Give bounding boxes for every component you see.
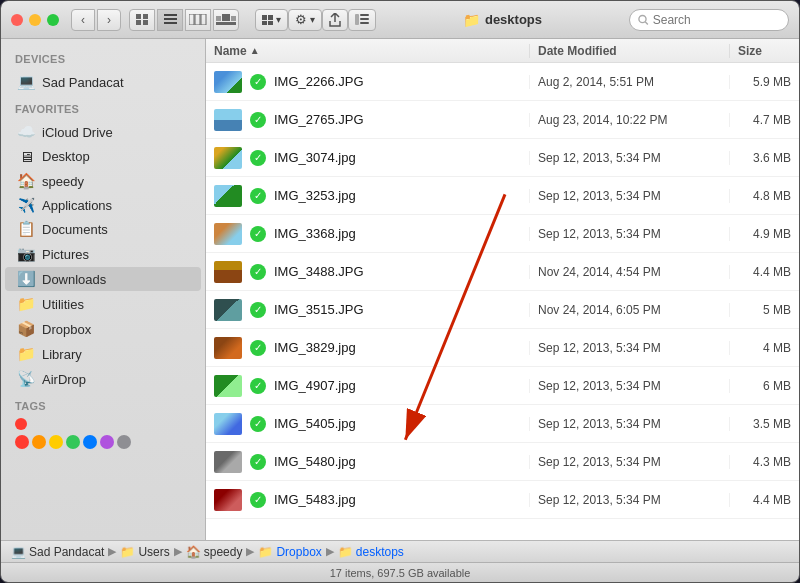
sidebar-item-documents[interactable]: 📋 Documents bbox=[5, 217, 201, 241]
svg-rect-3 bbox=[143, 20, 148, 25]
sidebar-dropbox-label: Dropbox bbox=[42, 322, 91, 337]
file-size-cell: 5.9 MB bbox=[729, 75, 799, 89]
table-row[interactable]: ✓ IMG_5405.jpg Sep 12, 2013, 5:34 PM 3.5… bbox=[206, 405, 799, 443]
action-button[interactable]: ⚙ ▾ bbox=[288, 9, 322, 31]
table-row[interactable]: ✓ IMG_2266.JPG Aug 2, 2014, 5:51 PM 5.9 … bbox=[206, 63, 799, 101]
sidebar-item-applications[interactable]: ✈️ Applications bbox=[5, 194, 201, 216]
breadcrumb-sep-2: ▶ bbox=[174, 545, 182, 558]
breadcrumb-speedy[interactable]: 🏠 speedy bbox=[186, 545, 243, 559]
svg-rect-11 bbox=[216, 16, 221, 21]
finder-window: ‹ › ▾ ⚙ ▾ bbox=[0, 0, 800, 583]
file-size-cell: 4.7 MB bbox=[729, 113, 799, 127]
computer-icon: 💻 bbox=[17, 73, 35, 91]
minimize-button[interactable] bbox=[29, 14, 41, 26]
search-icon bbox=[638, 14, 649, 26]
breadcrumb-dropbox[interactable]: 📁 Dropbox bbox=[258, 545, 321, 559]
file-thumbnail bbox=[214, 489, 242, 511]
file-name: IMG_5480.jpg bbox=[274, 454, 356, 469]
sidebar-applications-label: Applications bbox=[42, 198, 112, 213]
sidebar-item-library[interactable]: 📁 Library bbox=[5, 342, 201, 366]
sidebar-item-pictures[interactable]: 📷 Pictures bbox=[5, 242, 201, 266]
sidebar-icloud-label: iCloud Drive bbox=[42, 125, 113, 140]
sidebar-item-dropbox[interactable]: 📦 Dropbox bbox=[5, 317, 201, 341]
svg-rect-8 bbox=[195, 14, 200, 25]
sidebar-toggle-button[interactable] bbox=[348, 9, 376, 31]
list-view-button[interactable] bbox=[157, 9, 183, 31]
file-size-cell: 3.5 MB bbox=[729, 417, 799, 431]
breadcrumb-computer[interactable]: 💻 Sad Pandacat bbox=[11, 545, 104, 559]
sidebar-item-icloud[interactable]: ☁️ iCloud Drive bbox=[5, 120, 201, 144]
file-name: IMG_3515.JPG bbox=[274, 302, 364, 317]
col-name-header[interactable]: Name ▲ bbox=[206, 44, 529, 58]
tag-dot-red[interactable] bbox=[15, 435, 29, 449]
file-area: Name ▲ Date Modified Size ✓ IMG_2266. bbox=[206, 39, 799, 540]
file-name-cell: ✓ IMG_3515.JPG bbox=[206, 299, 529, 321]
file-name: IMG_3829.jpg bbox=[274, 340, 356, 355]
sync-status-icon: ✓ bbox=[250, 150, 266, 166]
tag-dot-yellow[interactable] bbox=[49, 435, 63, 449]
file-thumbnail bbox=[214, 451, 242, 473]
forward-button[interactable]: › bbox=[97, 9, 121, 31]
tag-dot-blue[interactable] bbox=[83, 435, 97, 449]
sidebar-item-utilities[interactable]: 📁 Utilities bbox=[5, 292, 201, 316]
share-button[interactable] bbox=[322, 9, 348, 31]
favorites-label: Favorites bbox=[1, 95, 205, 119]
tag-dot-orange[interactable] bbox=[32, 435, 46, 449]
table-row[interactable]: ✓ IMG_3829.jpg Sep 12, 2013, 5:34 PM 4 M… bbox=[206, 329, 799, 367]
speedy-icon: 🏠 bbox=[186, 545, 201, 559]
table-row[interactable]: ✓ IMG_2765.JPG Aug 23, 2014, 10:22 PM 4.… bbox=[206, 101, 799, 139]
svg-rect-13 bbox=[216, 22, 236, 25]
sidebar-item-downloads[interactable]: ⬇️ Downloads bbox=[5, 267, 201, 291]
file-date-cell: Nov 24, 2014, 4:54 PM bbox=[529, 265, 729, 279]
close-button[interactable] bbox=[11, 14, 23, 26]
file-name: IMG_2266.JPG bbox=[274, 74, 364, 89]
file-list: ✓ IMG_2266.JPG Aug 2, 2014, 5:51 PM 5.9 … bbox=[206, 63, 799, 540]
file-name-cell: ✓ IMG_3074.jpg bbox=[206, 147, 529, 169]
file-date-cell: Sep 12, 2013, 5:34 PM bbox=[529, 417, 729, 431]
arrange-button[interactable]: ▾ bbox=[255, 9, 288, 31]
search-bar[interactable] bbox=[629, 9, 789, 31]
file-date-cell: Sep 12, 2013, 5:34 PM bbox=[529, 493, 729, 507]
svg-rect-2 bbox=[136, 20, 141, 25]
table-row[interactable]: ✓ IMG_5480.jpg Sep 12, 2013, 5:34 PM 4.3… bbox=[206, 443, 799, 481]
file-thumbnail bbox=[214, 299, 242, 321]
tag-dot-gray[interactable] bbox=[117, 435, 131, 449]
file-size-cell: 4.8 MB bbox=[729, 189, 799, 203]
file-thumbnail bbox=[214, 71, 242, 93]
table-row[interactable]: ✓ IMG_3368.jpg Sep 12, 2013, 5:34 PM 4.9… bbox=[206, 215, 799, 253]
table-row[interactable]: ✓ IMG_3074.jpg Sep 12, 2013, 5:34 PM 3.6… bbox=[206, 139, 799, 177]
table-row[interactable]: ✓ IMG_5483.jpg Sep 12, 2013, 5:34 PM 4.4… bbox=[206, 481, 799, 519]
status-bar: 17 items, 697.5 GB available bbox=[1, 562, 799, 582]
sync-status-icon: ✓ bbox=[250, 378, 266, 394]
icon-view-button[interactable] bbox=[129, 9, 155, 31]
back-button[interactable]: ‹ bbox=[71, 9, 95, 31]
tag-red[interactable] bbox=[15, 418, 191, 430]
svg-rect-1 bbox=[143, 14, 148, 19]
file-thumbnail bbox=[214, 261, 242, 283]
svg-line-23 bbox=[645, 21, 648, 24]
col-date-header[interactable]: Date Modified bbox=[529, 44, 729, 58]
sidebar-item-airdrop[interactable]: 📡 AirDrop bbox=[5, 367, 201, 391]
table-row[interactable]: ✓ IMG_4907.jpg Sep 12, 2013, 5:34 PM 6 M… bbox=[206, 367, 799, 405]
table-row[interactable]: ✓ IMG_3488.JPG Nov 24, 2014, 4:54 PM 4.4… bbox=[206, 253, 799, 291]
cover-flow-button[interactable] bbox=[213, 9, 239, 31]
sidebar-item-speedy[interactable]: 🏠 speedy bbox=[5, 169, 201, 193]
sidebar-item-sad-pandacat[interactable]: 💻 Sad Pandacat bbox=[5, 70, 201, 94]
sidebar-speedy-label: speedy bbox=[42, 174, 84, 189]
col-size-header[interactable]: Size bbox=[729, 44, 799, 58]
search-input[interactable] bbox=[653, 13, 780, 27]
table-row[interactable]: ✓ IMG_3515.JPG Nov 24, 2014, 6:05 PM 5 M… bbox=[206, 291, 799, 329]
breadcrumb-desktops[interactable]: 📁 desktops bbox=[338, 545, 404, 559]
tag-dot-purple[interactable] bbox=[100, 435, 114, 449]
tag-dot-green[interactable] bbox=[66, 435, 80, 449]
file-date-cell: Sep 12, 2013, 5:34 PM bbox=[529, 455, 729, 469]
maximize-button[interactable] bbox=[47, 14, 59, 26]
breadcrumb-users[interactable]: 📁 Users bbox=[120, 545, 169, 559]
table-row[interactable]: ✓ IMG_3253.jpg Sep 12, 2013, 5:34 PM 4.8… bbox=[206, 177, 799, 215]
view-buttons bbox=[129, 9, 239, 31]
file-name-cell: ✓ IMG_5480.jpg bbox=[206, 451, 529, 473]
column-view-button[interactable] bbox=[185, 9, 211, 31]
file-name-cell: ✓ IMG_3829.jpg bbox=[206, 337, 529, 359]
sync-status-icon: ✓ bbox=[250, 226, 266, 242]
sidebar-item-desktop[interactable]: 🖥 Desktop bbox=[5, 145, 201, 168]
